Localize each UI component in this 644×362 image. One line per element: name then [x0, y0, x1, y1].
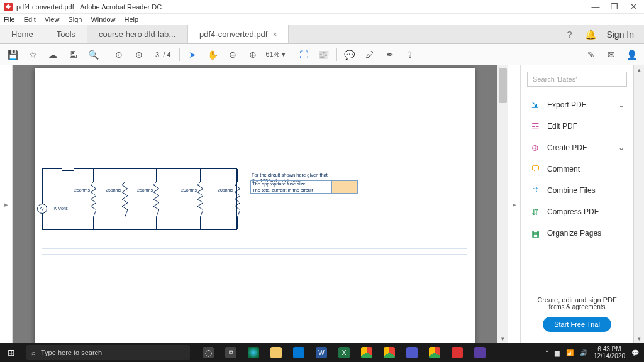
taskview-icon[interactable]: ⧉	[225, 347, 236, 358]
tool-organize-pages[interactable]: ▦Organize Pages	[521, 222, 633, 244]
teams-icon[interactable]	[406, 347, 418, 358]
read-icon[interactable]: 📰	[316, 47, 331, 62]
scroll-thumb[interactable]	[499, 68, 507, 103]
menu-sign[interactable]: Sign	[68, 16, 82, 23]
tab-document-1[interactable]: course hero dld-lab...	[87, 25, 188, 43]
save-icon[interactable]: 💾	[5, 47, 20, 62]
mid-rail: ▸	[508, 65, 520, 343]
store-icon[interactable]	[293, 347, 304, 358]
fit-icon[interactable]: ⛶	[296, 47, 311, 62]
cortana-icon[interactable]: ◯	[203, 347, 214, 358]
zoom-level[interactable]: 61% ▾	[265, 50, 285, 58]
cloud-icon[interactable]: ☁	[45, 47, 60, 62]
excel-icon[interactable]: X	[338, 347, 350, 358]
tool-icon: 🗨	[530, 163, 541, 175]
tool-icon: ⇲	[530, 99, 541, 111]
tool-compress-pdf[interactable]: ⇵Compress PDF	[521, 201, 633, 222]
document-viewport[interactable]: K Volts 25ohms 25ohms 25ohms 20ohms 20oh…	[13, 65, 497, 343]
tools-search-input[interactable]: Search 'Bates'	[527, 72, 627, 87]
tray-wifi-icon[interactable]: 📶	[566, 349, 574, 356]
zoom-in-icon[interactable]: ⊕	[245, 47, 260, 62]
left-rail-toggle-icon[interactable]: ▸	[4, 200, 8, 209]
zoom-out-icon[interactable]: ⊖	[225, 47, 240, 62]
panel-scrollbar[interactable]: ▴ ▾	[633, 65, 644, 343]
answer-cell-2	[331, 187, 358, 194]
star-icon[interactable]: ☆	[25, 47, 40, 62]
tool-export-pdf[interactable]: ⇲Export PDF⌄	[521, 94, 633, 116]
hand-icon[interactable]: ✋	[205, 47, 220, 62]
pointer-icon[interactable]: ➤	[185, 47, 200, 62]
taskbar-search-input[interactable]: ⌕ Type here to search	[26, 345, 190, 360]
tab-tools[interactable]: Tools	[45, 25, 87, 43]
acrobat-app-icon	[4, 3, 13, 11]
start-trial-button[interactable]: Start Free Trial	[543, 317, 611, 332]
start-button[interactable]: ⊞	[0, 348, 23, 358]
tab-document-2[interactable]: pdf4-converted.pdf ×	[188, 25, 289, 43]
tray-chevron-icon[interactable]: ˄	[545, 349, 548, 356]
menu-edit[interactable]: Edit	[24, 16, 36, 23]
menu-file[interactable]: File	[4, 16, 15, 23]
page-number[interactable]: 3 / 4	[152, 51, 174, 58]
taskbar-clock[interactable]: 6:43 PM 12/14/2020	[594, 346, 625, 359]
chevron-down-icon: ⌄	[618, 101, 625, 109]
restore-button[interactable]: ❐	[610, 3, 619, 11]
tool-comment[interactable]: 🗨Comment	[521, 158, 633, 180]
people-icon[interactable]: 👤	[624, 47, 639, 62]
app-icon[interactable]	[474, 347, 486, 358]
tool-edit-pdf[interactable]: ☲Edit PDF	[521, 116, 633, 137]
tool-create-pdf[interactable]: ⊕Create PDF⌄	[521, 137, 633, 158]
window-title-bar: pdf4-converted.pdf - Adobe Acrobat Reade…	[0, 0, 644, 14]
chrome-icon-2[interactable]	[384, 347, 395, 358]
tool-icon: ⇵	[530, 206, 541, 217]
tab-home[interactable]: Home	[0, 25, 45, 43]
email-icon[interactable]: ✉	[604, 47, 619, 62]
share-icon[interactable]: ✎	[584, 47, 599, 62]
menu-help[interactable]: Help	[125, 16, 139, 23]
chrome-icon-1[interactable]	[361, 347, 372, 358]
edge-icon[interactable]	[248, 347, 259, 358]
question-table: For the circuit shown here given that K …	[251, 175, 358, 194]
pdf-page: K Volts 25ohms 25ohms 25ohms 20ohms 20oh…	[35, 68, 475, 343]
chrome-icon-3[interactable]	[429, 347, 440, 358]
highlight-icon[interactable]: 🖊	[362, 47, 377, 62]
stamp-icon[interactable]: ⇪	[402, 47, 418, 62]
comment-icon[interactable]: 💬	[342, 47, 357, 62]
tool-icon: ▦	[530, 228, 541, 239]
panel-scroll-up-icon[interactable]: ▴	[634, 65, 644, 74]
notifications-icon[interactable]: 🔔	[585, 29, 596, 40]
search-icon: ⌕	[31, 349, 36, 356]
chevron-down-icon: ⌄	[618, 143, 625, 152]
tool-label: Export PDF	[547, 101, 586, 109]
window-title: pdf4-converted.pdf - Adobe Acrobat Reade…	[16, 3, 591, 11]
panel-scroll-down-icon[interactable]: ▾	[634, 334, 644, 343]
print-icon[interactable]: 🖶	[65, 47, 80, 62]
scroll-down-icon[interactable]: ▾	[497, 334, 508, 343]
explorer-icon[interactable]	[270, 347, 282, 358]
sign-icon[interactable]: ✒	[382, 47, 397, 62]
tool-combine-files[interactable]: ⿻Combine Files	[521, 180, 633, 201]
tool-icon: ☲	[530, 121, 541, 132]
tray-volume-icon[interactable]: 🔊	[580, 349, 587, 356]
minimize-button[interactable]: —	[591, 3, 600, 11]
page-down-icon[interactable]: ⊙	[131, 47, 147, 62]
document-scrollbar[interactable]: ▴ ▾	[497, 65, 508, 343]
circuit-diagram: K Volts 25ohms 25ohms 25ohms 20ohms 20oh…	[42, 168, 467, 250]
menu-window[interactable]: Window	[91, 16, 115, 23]
voltage-label: K Volts	[54, 206, 68, 211]
sign-in-link[interactable]: Sign In	[606, 30, 634, 40]
menu-view[interactable]: View	[45, 16, 60, 23]
tools-panel: Search 'Bates' ⇲Export PDF⌄☲Edit PDF⊕Cre…	[520, 65, 633, 343]
windows-taskbar: ⊞ ⌕ Type here to search ◯ ⧉ W X ˄ ▆ 📶 🔊 …	[0, 343, 644, 362]
close-button[interactable]: ✕	[629, 3, 638, 11]
tray-battery-icon[interactable]: ▆	[555, 349, 560, 356]
tray-notifications-icon[interactable]: 💬	[631, 349, 639, 356]
word-icon[interactable]: W	[316, 347, 327, 358]
source-icon	[37, 204, 47, 214]
help-icon[interactable]: ?	[564, 29, 575, 40]
acrobat-taskbar-icon[interactable]	[452, 347, 463, 358]
tab-close-icon[interactable]: ×	[272, 30, 277, 39]
mid-rail-toggle-icon[interactable]: ▸	[513, 200, 516, 209]
content-area: ▸ K Volts 25ohms 25ohms 25ohms 20	[0, 65, 644, 343]
page-up-icon[interactable]: ⊙	[111, 47, 126, 62]
search-icon[interactable]: 🔍	[86, 47, 101, 62]
